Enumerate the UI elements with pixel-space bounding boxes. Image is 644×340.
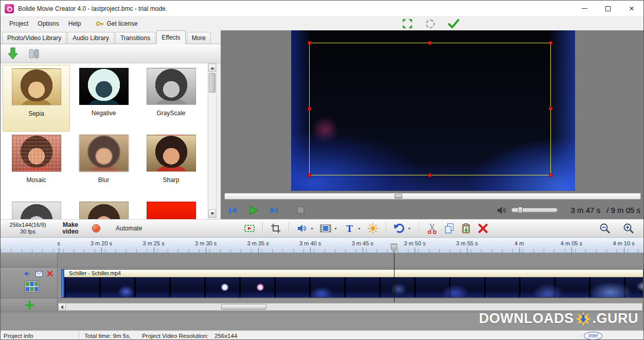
effect-mosaic[interactable]: Mosaic: [3, 132, 70, 199]
title-bar: Bolide Movie Creator 4.0 - lastproject.b…: [1, 1, 643, 17]
timeline-ruler[interactable]: s3 m 20 s3 m 25 s3 m 30 s3 m 35 s3 m 40 …: [1, 238, 643, 253]
paste-icon: [460, 223, 472, 234]
text-tool-button[interactable]: T: [343, 222, 356, 235]
audio-volume-button[interactable]: [295, 222, 309, 235]
compare-before-after-button[interactable]: [28, 47, 40, 60]
resize-handle[interactable]: [308, 173, 311, 177]
key-icon: [96, 20, 104, 28]
volume-thumb[interactable]: [518, 207, 523, 213]
effect-negative[interactable]: Negative: [70, 65, 137, 132]
fullscreen-button[interactable]: [402, 18, 413, 29]
automate-button[interactable]: Automate: [116, 225, 142, 232]
undo-button[interactable]: [392, 222, 406, 235]
effect-item-7[interactable]: [3, 199, 70, 219]
fps-text: 30 fps: [1, 228, 55, 235]
effect-grayscale[interactable]: GrayScale: [137, 65, 205, 132]
transition-button[interactable]: [243, 222, 256, 235]
selection-mode-button[interactable]: [426, 20, 435, 28]
effect-thumbnail: [147, 202, 196, 219]
zoom-in-button[interactable]: [622, 222, 635, 235]
tab-audio-library[interactable]: Audio Library: [67, 32, 114, 44]
scrollbar-thumb[interactable]: [209, 73, 216, 93]
resize-handle[interactable]: [549, 107, 552, 111]
scroll-up-button[interactable]: [208, 64, 216, 72]
seek-thumb[interactable]: [395, 194, 402, 199]
next-frame-button[interactable]: [269, 206, 279, 214]
timeline-scrollbar-thumb[interactable]: [221, 304, 266, 310]
get-license-button[interactable]: Get license: [92, 18, 141, 29]
dropdown-arrow-icon[interactable]: ▾: [311, 226, 315, 231]
dropdown-arrow-icon[interactable]: ▾: [334, 226, 339, 231]
brightness-button[interactable]: [366, 222, 380, 235]
scroll-left-button[interactable]: [59, 303, 66, 310]
dropdown-arrow-icon[interactable]: ▾: [358, 226, 363, 231]
resize-handle[interactable]: [549, 41, 552, 45]
resize-handle[interactable]: [549, 173, 552, 177]
video-effects-button[interactable]: [319, 222, 332, 235]
video-frame[interactable]: [291, 30, 575, 191]
scroll-down-button[interactable]: [208, 209, 216, 218]
tab-photo-video-library[interactable]: Photo/Video Library: [2, 32, 66, 44]
menu-help[interactable]: Help: [64, 17, 86, 30]
video-clip[interactable]: Schiller - Schiller.mp4: [61, 269, 643, 298]
dropdown-arrow-icon[interactable]: ▾: [408, 226, 413, 231]
make-video-button[interactable]: Make video: [59, 222, 82, 235]
previous-frame-button[interactable]: [228, 206, 238, 214]
track-speaker-icon[interactable]: [24, 271, 31, 277]
add-effect-button[interactable]: [7, 47, 19, 60]
seek-bar[interactable]: [224, 193, 641, 200]
track-option-icon[interactable]: [35, 271, 43, 277]
preview-pane: 3 m 47 s/ 9 m 05 s: [221, 30, 644, 219]
crop-button[interactable]: [269, 222, 282, 235]
resize-handle[interactable]: [308, 107, 311, 111]
effect-item-9[interactable]: [137, 199, 205, 219]
minimize-button[interactable]: [573, 1, 596, 16]
close-button[interactable]: ×: [620, 1, 643, 16]
menu-project[interactable]: Project: [5, 17, 33, 30]
effect-item-8[interactable]: [70, 199, 137, 219]
scissors-icon: [427, 223, 437, 234]
effects-grid: SepiaNegativeGrayScaleMosaicBlurSharp: [1, 63, 207, 219]
maximize-icon: [605, 6, 611, 11]
add-track-button[interactable]: [25, 300, 34, 310]
cut-button[interactable]: [425, 222, 439, 235]
window-title: Bolide Movie Creator 4.0 - lastproject.b…: [18, 5, 167, 12]
resize-handle[interactable]: [308, 41, 311, 45]
delete-button[interactable]: [476, 222, 490, 235]
copy-button[interactable]: [442, 222, 456, 235]
zoom-out-button[interactable]: [598, 222, 612, 235]
resize-handle[interactable]: [428, 173, 432, 177]
effect-thumbnail: [12, 135, 61, 172]
selection-rectangle[interactable]: [309, 43, 551, 175]
compare-panels-icon: [28, 47, 40, 60]
stop-button[interactable]: [297, 206, 305, 214]
effect-sharp[interactable]: Sharp: [137, 132, 205, 199]
tab-transitions[interactable]: Transitions: [115, 32, 155, 44]
speaker-icon[interactable]: [496, 206, 507, 215]
tab-more[interactable]: More: [187, 32, 211, 44]
apply-button[interactable]: [448, 18, 460, 29]
timeline-scrollbar[interactable]: [58, 303, 642, 311]
plus-icon: [25, 301, 34, 310]
resize-handle[interactable]: [428, 41, 432, 45]
record-button[interactable]: [92, 224, 100, 232]
clip-filmstrip[interactable]: [64, 277, 643, 297]
ruler-label: 3 m 35 s: [247, 240, 269, 246]
time-total: 9 m 05 s: [611, 206, 640, 214]
effects-scrollbar[interactable]: [208, 63, 217, 218]
add-track-header: [1, 299, 58, 312]
effect-blur[interactable]: Blur: [70, 132, 137, 199]
minimize-icon: [582, 8, 587, 9]
menu-options[interactable]: Options: [33, 17, 63, 30]
tab-effects[interactable]: Effects: [156, 30, 185, 44]
paste-button[interactable]: [459, 222, 473, 235]
empty-track-row: [1, 253, 643, 267]
close-track-icon[interactable]: [47, 271, 53, 277]
volume-slider[interactable]: [511, 208, 558, 212]
transport-controls: 3 m 47 s/ 9 m 05 s: [221, 201, 644, 219]
maximize-button[interactable]: [596, 1, 620, 16]
sun-icon: [367, 223, 379, 234]
play-button[interactable]: [248, 206, 259, 215]
effect-sepia[interactable]: Sepia: [3, 65, 70, 132]
project-info-label[interactable]: Project info: [1, 331, 79, 340]
